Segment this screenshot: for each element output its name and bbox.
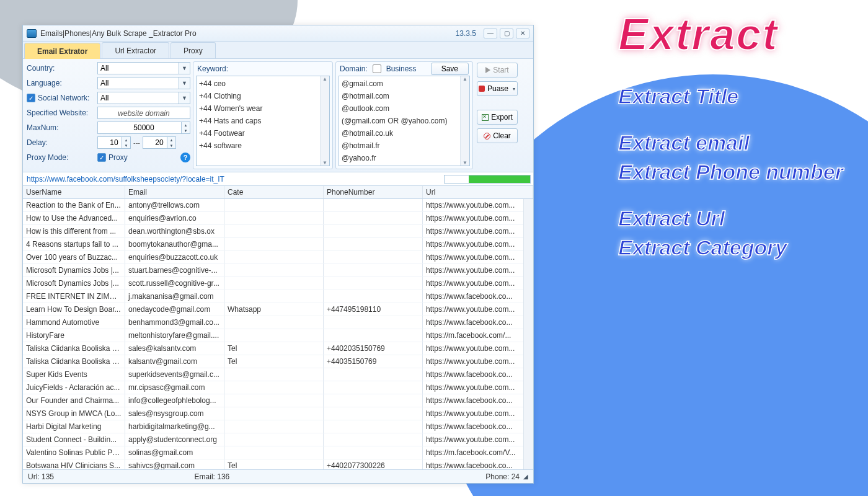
keyword-listbox[interactable]: +44 ceo +44 Clothing +44 Women's wear +4… <box>197 76 329 153</box>
cell: stuart.barnes@cognitive-... <box>125 264 224 277</box>
table-row[interactable]: Taliska Ciidanka Booliska S...sales@kals… <box>23 342 533 355</box>
close-button[interactable]: ✕ <box>516 29 529 38</box>
keyword-item[interactable]: +44 Clothing <box>199 90 327 102</box>
table-row[interactable]: 4 Reasons startups fail to ...boomytokan… <box>23 238 533 251</box>
maxnum-input[interactable]: 50000▲▼ <box>97 122 190 134</box>
cell <box>224 316 324 329</box>
proxy-checkbox[interactable]: ✓ <box>97 153 106 162</box>
table-row[interactable]: NSYS Group in MWCA (Lo...sales@nsysgroup… <box>23 407 533 420</box>
promo-item: Extract Phone number <box>618 160 843 184</box>
cell <box>224 251 324 264</box>
chevron-down-icon: ▼ <box>179 92 190 104</box>
app-window: Emails|Phones|Any Bulk Scrape _Extractor… <box>22 25 534 484</box>
domain-item[interactable]: @hotmail.co.uk <box>342 127 467 140</box>
social-network-checkbox[interactable]: ✓ <box>27 94 35 102</box>
cell <box>324 264 423 277</box>
table-row[interactable]: How is this different from ...dean.worth… <box>23 225 533 238</box>
language-select[interactable]: All▼ <box>97 77 190 89</box>
cell <box>224 290 324 303</box>
status-phone-count: Phone: 24 <box>485 472 520 481</box>
table-row[interactable]: Valentino Solinas Public Pa...solinas@gm… <box>23 446 533 459</box>
table-row[interactable]: Botswana HIV Clinicians S...sahivcs@gmai… <box>23 459 533 469</box>
promo-item: Extract Url <box>618 206 843 231</box>
table-row[interactable]: Our Founder and Chairma...info@collegeof… <box>23 394 533 407</box>
domain-item[interactable]: @outlook.com <box>342 102 467 115</box>
col-phone[interactable]: PhoneNumber <box>324 186 423 198</box>
clear-button[interactable]: Clear <box>477 128 518 143</box>
table-row[interactable]: Microsoft Dynamics Jobs |...stuart.barne… <box>23 264 533 277</box>
table-row[interactable]: HistoryFaremeltonhistoryfare@gmail....ht… <box>23 329 533 342</box>
cell: Whatsapp <box>224 303 324 316</box>
status-bar: Url: 135 Email: 136 Phone: 24 ◢ <box>23 469 533 483</box>
maximize-button[interactable]: ▢ <box>500 29 513 38</box>
promo-panel: Extract Extract Title Extract email Extr… <box>618 9 843 260</box>
table-row[interactable]: Harbi Digital Marketingharbidigitalmarke… <box>23 420 533 433</box>
cell: sahivcs@gmail.com <box>125 459 224 469</box>
table-row[interactable]: JuicyFields - Aclaración ac...mr.cipsasc… <box>23 381 533 394</box>
domain-item[interactable]: (@gmail.com OR @yahoo.com) <box>342 115 467 127</box>
pause-button[interactable]: Puase <box>477 81 518 96</box>
table-row[interactable]: Hammond Automotivebenhammond3@gmail.co..… <box>23 316 533 329</box>
tab-email-extractor[interactable]: Email Extrator <box>24 43 100 59</box>
scrollbar[interactable]: ▲▼ <box>460 76 469 166</box>
window-title: Emails|Phones|Any Bulk Scrape _Extractor… <box>40 29 197 38</box>
cell: How to Use the Advanced... <box>23 212 125 224</box>
table-row[interactable]: Taliska Ciidanka Booliska S...kalsantv@g… <box>23 355 533 368</box>
delay-to-input[interactable]: 20▲▼ <box>143 136 176 149</box>
delay-from-input[interactable]: 10▲▼ <box>97 136 131 149</box>
grid-scrollbar[interactable] <box>523 199 533 469</box>
grid-body[interactable]: Reaction to the Bank of En...antony@trel… <box>23 199 533 469</box>
domain-listbox[interactable]: @gmail.com @hotmail.com @outlook.com (@g… <box>339 76 469 166</box>
keyword-label: Keyword: <box>197 64 228 73</box>
promo-headline: Extract <box>618 9 843 60</box>
table-row[interactable]: Reaction to the Bank of En...antony@trel… <box>23 199 533 212</box>
tab-url-extractor[interactable]: Url Extractor <box>102 42 169 58</box>
delay-label: Delay: <box>25 138 97 147</box>
keyword-item[interactable]: +44 software <box>199 140 327 152</box>
tab-proxy[interactable]: Proxy <box>170 42 216 58</box>
table-row[interactable]: FREE INTERNET IN ZIMBA...j.makananisa@gm… <box>23 290 533 303</box>
cell <box>324 407 423 420</box>
domain-item[interactable]: @hotmail.fr <box>342 140 467 152</box>
cell: scott.russell@cognitive-gr... <box>125 277 224 290</box>
domain-item[interactable]: @gmail.com <box>342 78 467 90</box>
keyword-item[interactable]: +44 ceo <box>199 78 327 90</box>
help-icon[interactable]: ? <box>180 153 190 162</box>
keyword-item[interactable]: +44 Women's wear <box>199 102 327 115</box>
actions-panel: Start Puase Export Clear <box>476 61 519 169</box>
keyword-item[interactable]: +44 Hats and caps <box>199 115 327 127</box>
results-grid: UserName Email Cate PhoneNumber Url Reac… <box>23 186 533 469</box>
cell: Taliska Ciidanka Booliska S... <box>23 342 125 355</box>
minimize-button[interactable]: — <box>484 29 497 38</box>
keyword-item[interactable]: +44 Footwear <box>199 127 327 140</box>
domain-item[interactable]: @yahoo.fr <box>342 152 467 164</box>
cell: meltonhistoryfare@gmail.... <box>125 329 224 342</box>
chevron-down-icon: ▼ <box>179 78 190 89</box>
cell: sales@kalsantv.com <box>125 342 224 355</box>
cell <box>224 225 324 237</box>
social-network-select[interactable]: All▼ <box>97 92 190 104</box>
cell <box>224 264 324 277</box>
cell: mr.cipsasc@gmail.com <box>125 381 224 394</box>
start-button[interactable]: Start <box>477 63 518 78</box>
col-username[interactable]: UserName <box>23 186 125 198</box>
cell: +447495198110 <box>324 303 423 316</box>
col-url[interactable]: Url <box>423 186 533 198</box>
col-email[interactable]: Email <box>125 186 224 198</box>
site-input[interactable]: website domain <box>97 107 190 119</box>
table-row[interactable]: Over 100 years of Buzzac...enquiries@buz… <box>23 251 533 264</box>
table-row[interactable]: Learn How To Design Boar...onedaycode@gm… <box>23 303 533 316</box>
country-select[interactable]: All▼ <box>97 62 190 74</box>
domain-item[interactable]: @hotmail.com <box>342 90 467 102</box>
save-button[interactable]: Save <box>431 63 469 75</box>
table-row[interactable]: Microsoft Dynamics Jobs |...scott.russel… <box>23 277 533 290</box>
business-checkbox[interactable] <box>373 64 381 73</box>
table-row[interactable]: How to Use the Advanced...enquiries@avri… <box>23 212 533 225</box>
export-button[interactable]: Export <box>477 110 518 125</box>
table-row[interactable]: Student Connect - Buildin...apply@studen… <box>23 433 533 446</box>
cell: onedaycode@gmail.com <box>125 303 224 316</box>
scrollbar[interactable]: ▲▼ <box>320 76 329 166</box>
cell: Botswana HIV Clinicians S... <box>23 459 125 469</box>
table-row[interactable]: Super Kids Eventssuperkidsevents@gmail.c… <box>23 368 533 381</box>
col-cate[interactable]: Cate <box>224 186 324 198</box>
